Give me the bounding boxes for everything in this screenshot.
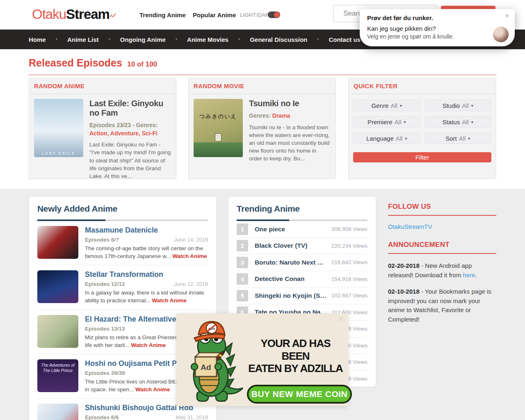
svg-text:Ad: Ad [201,363,211,372]
filter-dropdown-studio[interactable]: StudioAll▾ [425,100,492,111]
added-date: May 31, 2019 [176,414,208,420]
nav-separator-dot: • [176,37,177,42]
filter-dropdown-status[interactable]: StatusAll▾ [425,116,492,128]
trending-anime-name[interactable]: One piece [255,226,328,233]
view-count: 220,234 Views [331,243,368,249]
download-here-link[interactable]: here [463,272,475,278]
filter-dropdown-sort[interactable]: SortAll▾ [425,132,492,144]
chevron-down-icon: ▾ [405,136,407,141]
theme-toggle[interactable] [268,11,280,18]
poster-sea-art [194,142,243,157]
site-logo[interactable]: OtakuStream [32,7,110,22]
episodes-count: Episodes 39/39 [85,370,125,376]
anime-thumbnail[interactable]: The Adventures of The Little Prince [37,359,78,392]
anime-thumbnail[interactable] [37,315,78,348]
ad-close-icon[interactable]: ✕ [338,315,344,324]
watch-anime-link[interactable]: Watch Anime [131,342,166,348]
random-anime-title[interactable]: Last Exile: Ginyoku no Fam [89,99,171,118]
random-anime-header: RANDOM ANIME [29,78,176,94]
popup-title: Prøv det før du runker. [367,14,507,21]
rank-badge: 2 [237,240,248,251]
poster-caption: LAST EXILE [34,151,83,155]
trending-row[interactable]: 5Shingeki no Kyojin (Seaso...102,667 Vie… [237,288,368,304]
anime-title-link[interactable]: Stellar Transformation [85,270,208,279]
nav-item-general-discussion[interactable]: General Discussion [250,36,307,43]
episodes-count: Episodes 12/12 [85,281,125,287]
episodes-count: Episodes 6/6 [85,414,119,420]
view-count: 308,958 Views [331,226,368,232]
trending-row[interactable]: 1One piece308,958 Views [237,221,368,238]
header-link-trending-anime[interactable]: Trending Anime [139,11,186,18]
episodes-count: Episodes 6/? [85,237,119,243]
random-movie-header: RANDOM MOVIE [189,78,336,94]
quick-filter-panel: QUICK FILTER GenreAll▾ StudioAll▾ Premie… [348,78,496,179]
anime-thumbnail[interactable] [37,404,78,420]
view-count: 216,642 Views [331,259,368,265]
nav-item-anime-movies[interactable]: Anime Movies [187,36,228,43]
follow-us-header: FOLLOW US [388,203,496,216]
chevron-down-icon: ▾ [404,120,406,124]
random-movie-title[interactable]: Tsumiki no Ie [249,99,331,108]
filter-dropdown-language[interactable]: LanguageAll▾ [353,132,420,144]
watch-anime-link[interactable]: Watch Anime [152,297,187,304]
ad-headline-line2: EATEN BY ADZILLA [247,362,344,375]
page-count: 10 of 100 [127,60,157,68]
newly-added-item[interactable]: Stellar Transformation Episodes 12/12Jun… [37,265,208,309]
announcement-item: 02-10-2018 - Your Bookmarks page is impr… [388,287,496,324]
random-movie-description: Tsumiki no Ie - In a flooded town where … [249,123,331,163]
random-movie-poster[interactable]: つみきのいえ [194,99,243,157]
trending-row[interactable]: 3Boruto: Naruto Next Gener...216,642 Vie… [237,254,368,271]
page-title-section: Released Episodes 10 of 100 [29,57,496,75]
poster-house-art [215,133,221,142]
episodes-count: Episodes 13/13 [85,326,125,332]
random-anime-description: Last Exile: Ginyoku no Fam - "I've made … [89,141,171,180]
random-anime-genres[interactable]: Action, Adventure, Sci-Fi [89,130,158,137]
announcement-item: 02-20-2018 - New Android app released! D… [388,261,496,280]
announcement-date: 02-20-2018 [388,262,420,269]
header-link-popular-anime[interactable]: Popular Anime [193,11,236,18]
filter-submit-button[interactable]: Filter [353,152,491,162]
nav-item-contact-us[interactable]: Contact us [329,36,361,43]
added-date: June 14, 2019 [174,237,208,243]
logo-part-otaku: Otaku [32,7,66,22]
newly-added-title: Newly Added Anime [37,204,208,214]
trending-row[interactable]: 4Detective Conan154,916 Views [237,271,368,288]
nav-item-home[interactable]: Home [29,36,46,43]
filter-dropdown-genre[interactable]: GenreAll▾ [353,100,420,111]
popup-avatar[interactable] [493,27,509,42]
random-movie-genres[interactable]: Drama [272,112,290,119]
anime-thumbnail[interactable] [37,226,78,259]
page-title: Released Episodes [29,57,122,68]
trending-anime-name[interactable]: Boruto: Naruto Next Gener... [255,259,328,266]
chevron-down-icon: ▾ [400,103,402,108]
trending-anime-name[interactable]: Detective Conan [255,275,328,283]
trending-anime-name[interactable]: Shingeki no Kyojin (Seaso... [255,292,328,299]
rank-badge: 3 [237,257,248,268]
rank-badge: 5 [237,290,248,301]
random-anime-poster[interactable]: LAST EXILE [34,99,83,157]
trending-row[interactable]: 2Black Clover (TV)220,234 Views [237,238,368,255]
adzilla-ad-overlay: ✕ [176,313,348,406]
otakustreamtv-link[interactable]: OtakuStreamTV [388,223,432,230]
adzilla-dinosaur-illustration: ADS Ad [182,317,244,404]
random-movie-panel: RANDOM MOVIE つみきのいえ Tsumiki no Ie Genres… [188,78,336,179]
trending-anime-name[interactable]: Black Clover (TV) [255,242,328,249]
newly-added-item[interactable]: Masamune Datenicle Episodes 6/?June 14, … [37,221,208,265]
filter-dropdown-premiere[interactable]: PremiereAll▾ [353,116,420,128]
poster-caption: つみきのいえ [194,113,243,120]
random-anime-episodes: Episodes 23/23 - Genres: [89,122,158,128]
anime-title-link[interactable]: Masamune Datenicle [85,226,208,235]
quick-filter-header: QUICK FILTER [349,78,496,94]
nav-separator-dot: • [56,37,57,42]
watch-anime-link[interactable]: Watch Anime [172,253,207,259]
ad-cta-button[interactable]: BUY NEW MEME COIN [247,385,352,404]
anime-thumbnail[interactable] [37,270,78,303]
right-sidebar: FOLLOW US OtakuStreamTV ANNOUNCEMENT 02-… [388,203,496,324]
nav-item-anime-list[interactable]: Anime List [67,36,99,43]
view-count: 154,916 Views [331,276,368,282]
rank-badge: 4 [237,273,248,285]
popup-close-icon[interactable]: × [505,12,509,20]
watch-anime-link[interactable]: Watch Anime [135,386,170,393]
view-count: 102,667 Views [331,292,368,299]
nav-item-ongoing-anime[interactable]: Ongoing Anime [120,36,166,43]
